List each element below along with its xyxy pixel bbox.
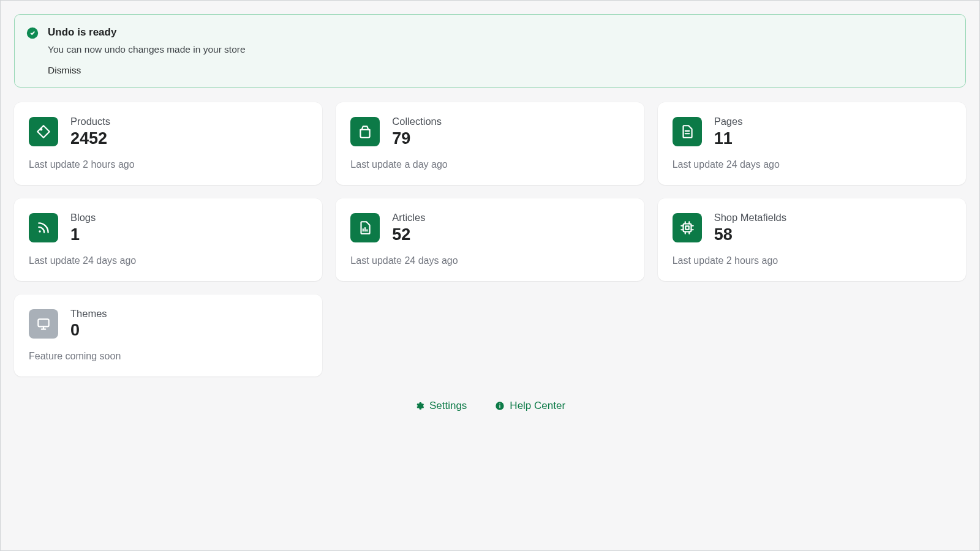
help-center-link-label: Help Center <box>510 400 565 412</box>
card-subtext: Feature coming soon <box>29 351 307 362</box>
card-subtext: Last update 2 hours ago <box>673 255 951 266</box>
info-icon <box>495 401 505 411</box>
card-count: 79 <box>392 129 629 148</box>
undo-ready-banner: Undo is ready You can now undo changes m… <box>14 14 966 88</box>
report-icon <box>350 213 380 242</box>
card-themes[interactable]: Themes 0 Feature coming soon <box>14 294 322 377</box>
card-products[interactable]: Products 2452 Last update 2 hours ago <box>14 102 322 185</box>
banner-message: You can now undo changes made in your st… <box>48 44 953 55</box>
card-label: Articles <box>392 212 629 224</box>
card-subtext: Last update 2 hours ago <box>29 159 307 170</box>
svg-rect-5 <box>38 319 48 326</box>
card-label: Themes <box>70 308 307 320</box>
card-top: Articles 52 <box>350 212 629 244</box>
card-subtext: Last update a day ago <box>350 159 629 170</box>
card-articles[interactable]: Articles 52 Last update 24 days ago <box>336 198 644 281</box>
settings-link[interactable]: Settings <box>415 400 467 412</box>
card-top: Shop Metafields 58 <box>673 212 951 244</box>
card-head: Articles 52 <box>392 212 629 244</box>
rss-icon <box>29 213 58 242</box>
dismiss-button[interactable]: Dismiss <box>48 65 81 76</box>
card-count: 0 <box>70 321 307 340</box>
card-head: Collections 79 <box>392 116 629 148</box>
monitor-icon <box>29 309 58 339</box>
card-top: Products 2452 <box>29 116 307 148</box>
svg-rect-3 <box>683 223 691 231</box>
card-subtext: Last update 24 days ago <box>29 255 307 266</box>
card-top: Pages 11 <box>673 116 951 148</box>
card-count: 52 <box>392 225 629 244</box>
card-label: Blogs <box>70 212 307 224</box>
card-top: Themes 0 <box>29 308 307 340</box>
card-count: 11 <box>714 129 951 148</box>
dashboard-page: Undo is ready You can now undo changes m… <box>1 1 979 425</box>
card-top: Collections 79 <box>350 116 629 148</box>
card-count: 1 <box>70 225 307 244</box>
svg-rect-4 <box>685 226 688 229</box>
check-circle-icon <box>26 26 39 40</box>
card-label: Products <box>70 116 307 128</box>
banner-title: Undo is ready <box>48 26 953 39</box>
banner-body: Undo is ready You can now undo changes m… <box>48 26 953 76</box>
card-label: Collections <box>392 116 629 128</box>
card-head: Pages 11 <box>714 116 951 148</box>
svg-point-2 <box>39 230 40 232</box>
card-head: Products 2452 <box>70 116 307 148</box>
gear-icon <box>415 401 424 411</box>
card-top: Blogs 1 <box>29 212 307 244</box>
svg-point-1 <box>40 129 42 130</box>
settings-link-label: Settings <box>429 400 467 412</box>
chip-icon <box>673 213 702 242</box>
card-label: Pages <box>714 116 951 128</box>
dashboard-grid: Products 2452 Last update 2 hours ago Co… <box>14 102 966 377</box>
card-count: 58 <box>714 225 951 244</box>
card-head: Shop Metafields 58 <box>714 212 951 244</box>
svg-rect-7 <box>500 405 500 408</box>
card-subtext: Last update 24 days ago <box>673 159 951 170</box>
card-blogs[interactable]: Blogs 1 Last update 24 days ago <box>14 198 322 281</box>
tag-icon <box>29 117 58 146</box>
card-head: Themes 0 <box>70 308 307 340</box>
help-center-link[interactable]: Help Center <box>495 400 565 412</box>
card-count: 2452 <box>70 129 307 148</box>
svg-rect-8 <box>500 403 500 404</box>
card-shop-metafields[interactable]: Shop Metafields 58 Last update 2 hours a… <box>658 198 966 281</box>
card-label: Shop Metafields <box>714 212 951 224</box>
card-pages[interactable]: Pages 11 Last update 24 days ago <box>658 102 966 185</box>
footer-links: Settings Help Center <box>14 400 966 412</box>
card-subtext: Last update 24 days ago <box>350 255 629 266</box>
card-collections[interactable]: Collections 79 Last update a day ago <box>336 102 644 185</box>
page-icon <box>673 117 702 146</box>
card-head: Blogs 1 <box>70 212 307 244</box>
package-icon <box>350 117 380 146</box>
